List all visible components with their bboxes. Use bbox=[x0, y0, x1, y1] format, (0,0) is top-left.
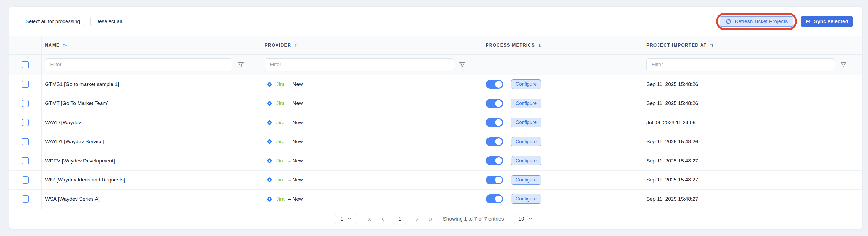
configure-button[interactable]: Configure bbox=[511, 194, 541, 204]
refresh-button-label: Refresh Ticket Projects bbox=[735, 19, 787, 24]
row-checkbox[interactable] bbox=[22, 157, 29, 164]
imported-at-value: Sep 11, 2025 15:48:26 bbox=[646, 100, 698, 106]
next-page-button[interactable]: › bbox=[416, 215, 418, 222]
first-page-button[interactable]: « bbox=[367, 215, 371, 222]
provider-status: – New bbox=[288, 196, 303, 202]
jira-icon bbox=[266, 120, 273, 126]
column-header-project-imported-at[interactable]: PROJECT IMPORTED AT bbox=[641, 36, 863, 54]
provider-status: – New bbox=[288, 177, 303, 183]
column-label: PROVIDER bbox=[265, 43, 291, 48]
column-header-name[interactable]: NAME bbox=[42, 36, 260, 54]
imported-at-filter-input[interactable] bbox=[646, 58, 835, 71]
project-name: WDEV [Waydev Development] bbox=[45, 158, 115, 164]
select-all-checkbox[interactable] bbox=[22, 61, 29, 68]
configure-button[interactable]: Configure bbox=[511, 99, 541, 108]
refresh-icon bbox=[725, 19, 732, 24]
sync-selected-button[interactable]: Sync selected bbox=[801, 16, 853, 27]
table-row: WIR [Waydev Ideas and Requests] Jira– Ne… bbox=[9, 171, 862, 190]
row-checkbox[interactable] bbox=[22, 81, 29, 88]
row-checkbox[interactable] bbox=[22, 100, 29, 107]
process-metrics-toggle[interactable] bbox=[486, 118, 503, 127]
sort-neutral-icon bbox=[294, 43, 299, 48]
project-name: GTMT [Go To Market Team] bbox=[45, 100, 108, 106]
filter-funnel-icon[interactable] bbox=[237, 61, 244, 68]
jira-icon bbox=[266, 81, 273, 88]
process-metrics-toggle[interactable] bbox=[486, 80, 503, 89]
project-name: GTMS1 [Go to market sample 1] bbox=[45, 81, 119, 87]
imported-at-value: Sep 11, 2025 15:48:27 bbox=[646, 177, 698, 183]
table-row: WSA [Waydev Series A] Jira– New Configur… bbox=[9, 190, 862, 209]
process-metrics-toggle[interactable] bbox=[486, 99, 503, 108]
project-name: WAYD [Waydev] bbox=[45, 120, 83, 126]
process-metrics-toggle[interactable] bbox=[486, 176, 503, 184]
chevron-down-icon bbox=[347, 217, 351, 221]
imported-at-filter-cell bbox=[641, 54, 863, 75]
provider-name: Jira bbox=[276, 81, 285, 87]
sort-neutral-icon bbox=[710, 43, 714, 48]
column-label: NAME bbox=[45, 43, 60, 48]
filter-funnel-icon[interactable] bbox=[459, 61, 466, 68]
configure-button[interactable]: Configure bbox=[511, 175, 541, 185]
column-header-provider[interactable]: PROVIDER bbox=[260, 36, 482, 54]
provider-name: Jira bbox=[276, 177, 285, 183]
last-page-button[interactable]: » bbox=[429, 215, 433, 222]
select-all-button[interactable]: Select all for processing bbox=[21, 17, 85, 26]
provider-filter-input[interactable] bbox=[265, 58, 454, 71]
process-metrics-toggle[interactable] bbox=[486, 156, 503, 165]
imported-at-value: Sep 11, 2025 15:48:26 bbox=[646, 139, 698, 145]
provider-status: – New bbox=[288, 120, 303, 126]
previous-page-button[interactable]: ‹ bbox=[381, 215, 384, 222]
page-select[interactable]: 1 bbox=[335, 214, 357, 224]
pagination-bar: 1 « ‹ 1 › » Showing 1 to 7 of 7 entries … bbox=[9, 209, 862, 229]
deselect-all-button[interactable]: Deselect all bbox=[91, 17, 127, 26]
jira-icon bbox=[266, 158, 273, 164]
row-checkbox[interactable] bbox=[22, 176, 29, 184]
provider-status: – New bbox=[288, 100, 303, 106]
sync-button-label: Sync selected bbox=[814, 19, 848, 24]
provider-name: Jira bbox=[276, 196, 285, 202]
jira-icon bbox=[266, 177, 273, 183]
process-metrics-filter-cell bbox=[482, 54, 641, 75]
table-row: WAYD [Waydev] Jira– New Configure Jul 06… bbox=[9, 113, 862, 132]
page-size-select[interactable]: 10 bbox=[514, 214, 536, 224]
provider-name: Jira bbox=[276, 139, 285, 145]
imported-at-value: Sep 11, 2025 15:48:27 bbox=[646, 158, 698, 164]
configure-button[interactable]: Configure bbox=[511, 156, 541, 165]
process-metrics-toggle[interactable] bbox=[486, 194, 503, 204]
row-checkbox[interactable] bbox=[22, 195, 29, 203]
current-page-button[interactable]: 1 bbox=[394, 213, 406, 225]
project-name: WSA [Waydev Series A] bbox=[45, 196, 100, 202]
jira-icon bbox=[266, 138, 273, 145]
name-filter-input[interactable] bbox=[45, 58, 232, 71]
imported-at-value: Sep 11, 2025 15:48:27 bbox=[646, 196, 698, 202]
toolbar: Select all for processing Deselect all R… bbox=[9, 6, 862, 36]
configure-button[interactable]: Configure bbox=[511, 79, 541, 89]
select-all-checkbox-cell bbox=[9, 54, 42, 75]
refresh-ticket-projects-button[interactable]: Refresh Ticket Projects bbox=[719, 16, 794, 27]
column-label: PROCESS METRICS bbox=[486, 43, 535, 48]
filter-funnel-icon[interactable] bbox=[840, 61, 847, 68]
jira-icon bbox=[266, 196, 273, 202]
provider-filter-cell bbox=[260, 54, 482, 75]
project-name: WAYD1 [Waydev Service] bbox=[45, 139, 104, 145]
imported-at-value: Jul 06, 2023 11:24:09 bbox=[646, 120, 695, 126]
configure-button[interactable]: Configure bbox=[511, 118, 541, 127]
table-row: GTMT [Go To Market Team] Jira– New Confi… bbox=[9, 94, 862, 113]
configure-button[interactable]: Configure bbox=[511, 137, 541, 147]
row-checkbox[interactable] bbox=[22, 119, 29, 126]
save-icon bbox=[805, 19, 811, 24]
sort-neutral-icon bbox=[538, 43, 542, 48]
provider-status: – New bbox=[288, 158, 303, 164]
table-filter-row bbox=[9, 54, 862, 75]
provider-name: Jira bbox=[276, 100, 285, 106]
sort-ascending-icon bbox=[62, 43, 67, 48]
provider-status: – New bbox=[288, 139, 303, 145]
table-row: GTMS1 [Go to market sample 1] Jira– New … bbox=[9, 75, 862, 94]
column-label: PROJECT IMPORTED AT bbox=[646, 43, 707, 48]
process-metrics-toggle[interactable] bbox=[486, 137, 503, 146]
column-header-process-metrics[interactable]: PROCESS METRICS bbox=[482, 36, 641, 54]
row-checkbox[interactable] bbox=[22, 138, 29, 146]
project-name: WIR [Waydev Ideas and Requests] bbox=[45, 177, 125, 183]
table-row: WDEV [Waydev Development] Jira– New Conf… bbox=[9, 151, 862, 171]
ticket-projects-page: { "toolbar": { "select_all_label": "Sele… bbox=[0, 0, 868, 236]
